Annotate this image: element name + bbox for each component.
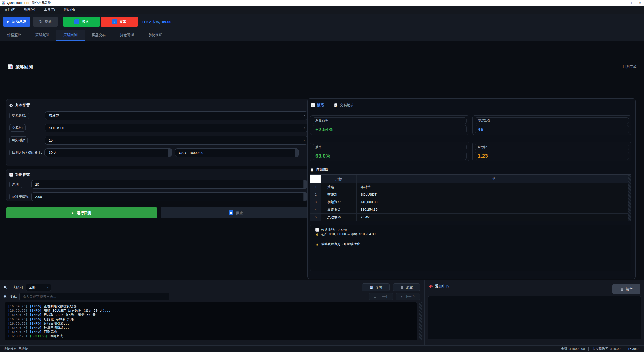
next-match-button[interactable]: ▼ 下一个: [396, 293, 420, 300]
megaphone-icon: [428, 284, 433, 289]
log-line: [16:39:26][INFO]已获取 2880 条K线, 覆盖 30 天: [8, 313, 414, 317]
refresh-button[interactable]: ↻ 刷新: [33, 17, 58, 27]
minimize-button[interactable]: —: [621, 0, 628, 6]
statusbar: 连接状态: 已连接 余额: $10000.00 未实现盈亏: $+0.00 16…: [0, 345, 644, 352]
export-log-button[interactable]: 导出: [362, 283, 390, 291]
menu-view[interactable]: 视图(V): [20, 6, 40, 14]
clear-notifications-button[interactable]: 清空: [612, 284, 640, 294]
tab-positions[interactable]: 持仓管理: [113, 30, 141, 41]
results-panel: 概览 交易记录 总收益率 +2.54%: [307, 98, 636, 279]
stop-button[interactable]: 停止: [161, 207, 312, 218]
trade-count-value: 46: [475, 125, 629, 133]
chevron-down-icon: ▾: [47, 286, 48, 289]
menu-file[interactable]: 文件(F): [0, 6, 20, 14]
spinbox-buttons[interactable]: [295, 149, 298, 157]
strategy-select[interactable]: 布林带 ▾: [45, 111, 307, 120]
tab-price-monitor[interactable]: 价格监控: [0, 30, 28, 41]
backtest-page: 策略回测 回测完成! 基本配置 交易策略: 布林带 ▾: [0, 41, 644, 280]
svg-text:$: $: [317, 233, 318, 235]
pair-row: 交易对: SOLUSDT ▾: [9, 124, 307, 132]
clear-log-button[interactable]: 清空: [393, 283, 420, 291]
strategy-params-card: 策略参数 周期: 20 标准差倍数: 2.00: [6, 169, 311, 201]
backtest-days-spinbox[interactable]: 30 天: [45, 148, 172, 157]
spinbox-buttons[interactable]: [303, 180, 307, 188]
menu-tools[interactable]: 工具(T): [40, 6, 59, 14]
maximize-button[interactable]: □: [628, 0, 636, 6]
table-row[interactable]: 4 最终资金 $10,254.39: [310, 206, 631, 214]
bottom-panels: 日志级别: 全部 ▾ 导出: [0, 280, 644, 345]
stat-trade-count: 交易次数 46: [472, 115, 631, 135]
run-backtest-button[interactable]: ▶ 运行回测: [6, 207, 157, 218]
summary-capital-line: $ 初始: $10,000.00 → 最终: $10,254.39: [315, 232, 631, 236]
stats-grid: 总收益率 +2.54% 交易次数 46 胜率 63.0% 盈亏比 1.23: [310, 115, 631, 161]
std-multiplier-spinbox[interactable]: 2.00: [31, 192, 307, 201]
log-output[interactable]: [16:39:26][INFO]正在初始化数据获取器... [16:39:26]…: [5, 302, 417, 340]
spinbox-buttons[interactable]: [168, 149, 172, 157]
stop-icon: [229, 210, 233, 215]
col-header-metric: 指标: [321, 175, 357, 183]
table-row[interactable]: 1 策略 布林带: [310, 183, 631, 191]
table-row[interactable]: 3 初始资金 $10,000.00: [310, 198, 631, 206]
tab-strategy-backtest[interactable]: 策略回测: [56, 30, 85, 41]
tab-system-settings[interactable]: 系统设置: [141, 30, 169, 41]
kline-label: K线周期:: [9, 136, 28, 144]
play-icon: ▶: [72, 211, 74, 215]
chevron-down-icon: ▾: [304, 139, 305, 142]
log-scrollbar[interactable]: [419, 302, 422, 340]
memo-icon: [334, 103, 338, 107]
basic-config-card: 基本配置 交易策略: 布林带 ▾ 交易对: SOLUSDT ▾: [6, 99, 311, 166]
std-row: 标准差倍数: 2.00: [9, 192, 307, 201]
detail-stats-header: 详细统计: [310, 167, 631, 172]
notification-panel: 通知中心 清空: [425, 280, 644, 345]
tab-overview[interactable]: 概览: [311, 101, 325, 110]
close-button[interactable]: ×: [636, 0, 644, 6]
kline-row: K线周期: 15m ▾: [9, 136, 307, 145]
log-line: [16:39:26][SUCCESS]回测完成: [8, 334, 414, 338]
table-row[interactable]: 2 交易对 SOLUSDT: [310, 191, 631, 198]
log-search-input[interactable]: [19, 293, 169, 300]
menu-help[interactable]: 帮助(H): [59, 6, 80, 14]
search-label: 搜索:: [9, 294, 17, 299]
table-row[interactable]: 5 总收益率 2.54%: [310, 214, 631, 221]
pair-select[interactable]: SOLUSDT ▾: [45, 124, 307, 132]
pair-label: 交易对:: [9, 124, 26, 132]
log-line: [16:39:26][INFO]初始化 布林带 策略...: [8, 317, 414, 322]
stat-total-return: 总收益率 +2.54%: [310, 115, 469, 135]
total-return-value: +2.54%: [313, 125, 467, 133]
tab-live-trading[interactable]: 实盘交易: [85, 30, 113, 41]
gear-icon: [9, 103, 13, 107]
menubar: 文件(F) 视图(V) 工具(T) 帮助(H): [0, 6, 644, 14]
summary-verdict-line: 策略表现良好 - 可继续优化: [315, 242, 631, 246]
tab-trade-records[interactable]: 交易记录: [334, 101, 355, 110]
log-controls-row: 日志级别: 全部 ▾ 导出: [3, 283, 420, 291]
log-level-select[interactable]: 全部 ▾: [26, 284, 51, 291]
spinbox-buttons[interactable]: [303, 193, 307, 201]
backtest-summary[interactable]: 收益曲线: +2.54% $ 初始: $10,000.00 → 最终: $10,…: [310, 225, 631, 271]
start-system-button[interactable]: ▶ 启动系统: [3, 17, 30, 27]
page-title: 策略回测: [15, 64, 33, 70]
buy-button[interactable]: ↑ 买入: [63, 17, 100, 27]
unrealized-pnl-status: 未实现盈亏: $+0.00: [592, 347, 620, 351]
main-tabbar: 价格监控 策略配置 策略回测 实盘交易 持仓管理 系统设置: [0, 30, 644, 41]
table-scrollbar[interactable]: [628, 175, 631, 221]
thumbs-up-icon: [315, 242, 319, 246]
previous-match-button[interactable]: ▲ 上一个: [369, 293, 393, 300]
log-line: [16:39:26][INFO]获取 SOLUSDT 历史数据 (最近 30 天…: [8, 309, 414, 313]
action-buttons: ▶ 运行回测 停止: [6, 207, 311, 218]
up-arrow-icon: ↑: [74, 19, 79, 24]
money-bag-icon: $: [315, 232, 319, 236]
kline-select[interactable]: 15m ▾: [45, 136, 307, 145]
balance-status: 余额: $10000.00: [561, 347, 585, 351]
summary-return-line: 收益曲线: +2.54%: [315, 228, 631, 232]
up-triangle-icon: ▲: [374, 295, 376, 298]
initial-capital-spinbox[interactable]: USDT 10000.00: [175, 148, 299, 157]
bar-chart-icon: [8, 64, 13, 69]
sell-button[interactable]: ↓ 卖出: [101, 17, 138, 27]
period-spinbox[interactable]: 20: [31, 180, 307, 189]
notification-list[interactable]: [428, 296, 641, 339]
down-triangle-icon: ▼: [401, 295, 403, 298]
panel-splitter[interactable]: [424, 280, 425, 345]
table-corner-cell: [310, 175, 321, 183]
tab-strategy-config[interactable]: 策略配置: [28, 30, 56, 41]
table-header-row: 指标 值: [310, 175, 631, 183]
